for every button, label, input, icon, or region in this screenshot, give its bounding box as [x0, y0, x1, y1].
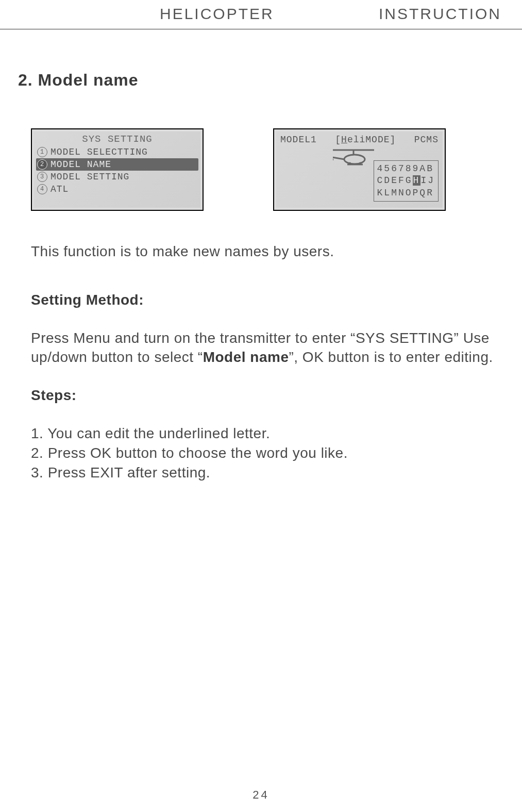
char-grid-row1: 456789AB: [377, 163, 435, 175]
setting-method-paragraph: Press Menu and turn on the transmitter t…: [31, 328, 496, 368]
lcd2-top-row: MODEL1 [HeliMODE] PCMS: [276, 131, 443, 145]
char-grid-row3: KLMNOPQR: [377, 187, 435, 199]
header-right: INSTRUCTION: [379, 5, 501, 23]
lcd2-mode-label: [HeliMODE]: [335, 135, 396, 145]
lcd-screen-sys-setting: SYS SETTING 1 MODEL SELECTTING 2 MODEL N…: [34, 131, 200, 208]
lcd1-bullet-2: 2: [37, 159, 47, 170]
lcd-screen-model-name: MODEL1 [HeliMODE] PCMS: [276, 131, 443, 208]
lcd1-item-2-selected: 2 MODEL NAME: [36, 158, 198, 171]
lcd2-char-grid: 456789AB CDEFGHIJ KLMNOPQR: [374, 160, 439, 202]
page-header: HELICOPTER INSTRUCTION: [0, 0, 522, 29]
step-2: 2. Press OK button to choose the word yo…: [31, 443, 496, 463]
lcd1-item-4: 4 ATL: [34, 183, 200, 195]
lcd1-bullet-1: 1: [37, 147, 47, 157]
setting-method-heading: Setting Method:: [31, 290, 496, 310]
lcd1-label-3: MODEL SETTING: [50, 172, 129, 182]
header-left: HELICOPTER: [160, 5, 274, 23]
lcd1-label-1: MODEL SELECTTING: [50, 147, 148, 157]
lcd-frame-2: MODEL1 [HeliMODE] PCMS: [273, 128, 446, 211]
lcd1-item-1: 1 MODEL SELECTTING: [34, 146, 200, 158]
lcd2-model-label: MODEL1: [280, 135, 317, 145]
step-1: 1. You can edit the underlined letter.: [31, 424, 496, 443]
lcd-screens-row: SYS SETTING 1 MODEL SELECTTING 2 MODEL N…: [31, 128, 522, 211]
page-number: 24: [0, 788, 522, 802]
lcd-frame-1: SYS SETTING 1 MODEL SELECTTING 2 MODEL N…: [31, 128, 204, 211]
lcd1-title: SYS SETTING: [34, 131, 200, 145]
lcd1-label-4: ATL: [50, 184, 69, 194]
body-content: This function is to make new names by us…: [31, 242, 496, 482]
lcd1-item-3: 3 MODEL SETTING: [34, 171, 200, 183]
svg-line-3: [333, 157, 344, 159]
svg-point-2: [344, 155, 365, 164]
lcd1-menu-list: 1 MODEL SELECTTING 2 MODEL NAME 3 MODEL …: [34, 146, 200, 195]
svg-line-7: [360, 162, 361, 164]
lcd1-bullet-3: 3: [37, 172, 47, 182]
steps-heading: Steps:: [31, 386, 496, 405]
char-grid-row2: CDEFGHIJ: [377, 175, 435, 187]
lcd1-bullet-4: 4: [37, 184, 47, 194]
svg-line-6: [349, 162, 350, 164]
lcd2-pcms-label: PCMS: [414, 135, 439, 145]
char-grid-highlight: H: [413, 175, 421, 186]
step-3: 3. Press EXIT after setting.: [31, 463, 496, 483]
intro-text: This function is to make new names by us…: [31, 242, 496, 261]
section-title: 2. Model name: [18, 71, 522, 90]
lcd1-label-2: MODEL NAME: [50, 159, 111, 170]
